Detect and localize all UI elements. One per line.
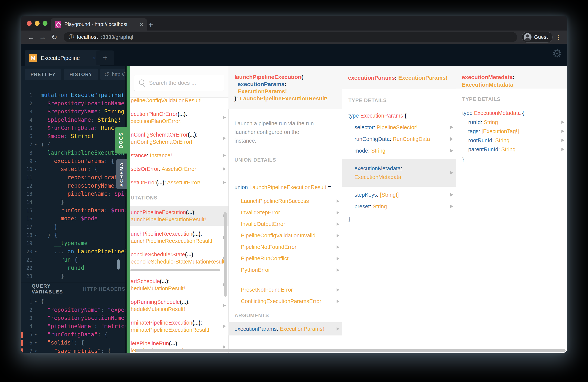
type-field-row[interactable]: runId: String <box>456 119 567 126</box>
browser-menu-icon[interactable]: ⋮ <box>554 33 562 41</box>
expand-chevron-icon[interactable] <box>450 205 453 208</box>
tab-http-headers[interactable]: HTTP HEADERS <box>83 286 126 292</box>
type-field-row[interactable]: tags: [ExecutionTag!] <box>456 128 567 135</box>
union-member-row[interactable]: PresetNotFoundError <box>241 286 335 293</box>
expand-chevron-icon[interactable] <box>450 126 453 129</box>
editor-vertical-scrollbar[interactable] <box>117 259 120 270</box>
docs-field-row[interactable]: rminatePipelineExecution(...):rminatePip… <box>130 319 229 333</box>
docs-side-tab[interactable]: DOCS <box>115 127 126 153</box>
fold-arrow-icon[interactable]: ▾ <box>32 248 39 256</box>
docs-horizontal-scrollbar[interactable] <box>130 269 229 271</box>
union-member-row[interactable]: PipelineRunConflict <box>241 255 335 262</box>
expand-chevron-icon[interactable] <box>450 193 453 196</box>
type-field-row[interactable]: runConfigData: RunConfigData <box>342 135 456 143</box>
variables-code[interactable]: 1▾{2 "repositoryName": "exper3 "reposito… <box>21 297 126 353</box>
fold-arrow-icon[interactable]: ▾ <box>32 231 39 239</box>
browser-tab[interactable]: Playground - http://localhost:3 × <box>51 18 147 30</box>
docs-field-row[interactable]: pelineConfigValidationResult! <box>130 97 229 104</box>
fold-arrow-icon[interactable]: ▾ <box>32 141 39 149</box>
expand-chevron-icon[interactable] <box>450 137 453 141</box>
docs-vertical-scrollbar[interactable] <box>224 212 227 297</box>
expand-chevron-icon[interactable] <box>562 148 564 151</box>
query-code[interactable]: 1mutation ExecutePipeline(2 $repositoryL… <box>21 91 126 280</box>
forward-icon[interactable]: → <box>38 32 47 42</box>
close-window-button[interactable] <box>27 21 32 26</box>
back-icon[interactable]: ← <box>26 32 36 42</box>
type-field-row[interactable]: stepKeys: [String!] <box>342 191 456 198</box>
expand-chevron-icon[interactable] <box>223 345 226 349</box>
profile-button[interactable]: Guest <box>522 32 553 42</box>
union-member-row[interactable]: LaunchPipelineRunSuccess <box>241 198 335 205</box>
union-member-row[interactable]: InvalidStepError <box>241 209 335 216</box>
expand-chevron-icon[interactable] <box>336 288 339 292</box>
new-tab-button[interactable]: + <box>146 20 156 30</box>
expand-chevron-icon[interactable] <box>336 211 339 214</box>
prettify-button[interactable]: PRETTIFY <box>25 68 61 80</box>
new-session-button[interactable]: + <box>96 50 114 65</box>
expand-chevron-icon[interactable] <box>223 304 226 307</box>
argument-row[interactable]: executionParams: ExecutionParams! <box>229 322 342 336</box>
scrollbar-thumb[interactable] <box>130 269 220 271</box>
docs-field-row[interactable]: unchPipelineReexecution(...):aunchPipeli… <box>130 230 229 245</box>
expand-chevron-icon[interactable] <box>336 234 339 237</box>
expand-chevron-icon[interactable] <box>562 129 564 133</box>
expand-chevron-icon[interactable] <box>336 257 339 260</box>
type-field-row[interactable]: parentRunId: String <box>456 146 567 153</box>
expand-chevron-icon[interactable] <box>562 139 564 142</box>
expand-chevron-icon[interactable] <box>223 154 226 157</box>
expand-chevron-icon[interactable] <box>336 245 339 249</box>
fold-arrow-icon[interactable]: ▾ <box>32 347 39 353</box>
endpoint-input[interactable]: ↺ http://loc <box>100 68 126 80</box>
fold-arrow-icon[interactable]: ▾ <box>32 339 39 347</box>
expand-chevron-icon[interactable] <box>223 116 226 119</box>
session-close-icon[interactable]: × <box>93 55 96 61</box>
docs-horizontal-scrollbar[interactable] <box>135 349 566 352</box>
schema-side-tab[interactable]: SCHEMA <box>116 159 126 189</box>
type-field-row[interactable]: executionMetadata:ExecutionMetadata <box>342 159 456 187</box>
site-info-icon[interactable]: ⓘ <box>68 33 74 41</box>
history-button[interactable]: HISTORY <box>64 68 98 80</box>
fold-arrow-icon[interactable]: ▾ <box>32 165 39 173</box>
docs-field-row[interactable]: ecutionPlanOrError(...):xecutionPlanOrEr… <box>130 110 229 125</box>
union-member-row[interactable]: PythonError <box>241 267 335 274</box>
expand-chevron-icon[interactable] <box>223 324 226 328</box>
expand-chevron-icon[interactable] <box>336 327 339 331</box>
expand-chevron-icon[interactable] <box>450 149 453 152</box>
query-editor-pane[interactable]: PRETTIFY HISTORY ↺ http://loc 1mutation … <box>21 66 126 353</box>
docs-field-row[interactable]: setOrError(...): AssetOrError! <box>130 179 229 186</box>
union-member-row[interactable]: ConflictingExecutionParamsError <box>241 298 335 305</box>
docs-field-row[interactable]: nConfigSchemaOrError(...):unConfigSchema… <box>130 131 229 146</box>
expand-chevron-icon[interactable] <box>223 167 226 171</box>
expand-chevron-icon[interactable] <box>562 121 564 124</box>
reload-icon[interactable]: ↻ <box>49 32 59 42</box>
type-field-row[interactable]: preset: String <box>342 203 456 210</box>
expand-chevron-icon[interactable] <box>336 300 339 303</box>
docs-field-row[interactable]: setsOrError: AssetsOrError! <box>130 165 229 172</box>
docs-field-row[interactable]: artSchedule(...):heduleMutationResult! <box>130 278 229 292</box>
fold-arrow-icon[interactable]: ▾ <box>32 297 39 306</box>
expand-chevron-icon[interactable] <box>223 181 226 184</box>
minimize-window-button[interactable] <box>35 21 40 26</box>
fold-arrow-icon[interactable]: ▾ <box>32 157 39 165</box>
type-field-row[interactable]: rootRunId: String <box>456 137 567 144</box>
expand-chevron-icon[interactable] <box>336 199 339 203</box>
tab-query-variables[interactable]: QUERY VARIABLES <box>32 283 73 295</box>
docs-field-row[interactable]: concileSchedulerState(...):econcileSched… <box>130 251 229 265</box>
expand-chevron-icon[interactable] <box>450 171 453 174</box>
docs-field-row[interactable]: unchPipelineExecution(...):aunchPipeline… <box>130 206 229 226</box>
session-tab[interactable]: M ExecutePipeline × <box>25 50 100 66</box>
union-member-row[interactable]: PipelineConfigValidationInvalid <box>241 232 335 239</box>
type-field-row[interactable]: mode: String <box>342 147 456 154</box>
union-member-row[interactable]: PipelineNotFoundError <box>241 244 335 251</box>
address-bar[interactable]: ⓘ localhost:3333/graphql <box>64 32 517 42</box>
docs-field-row[interactable]: opRunningSchedule(...):heduleMutationRes… <box>130 298 229 313</box>
type-field-row[interactable]: selector: PipelineSelector! <box>342 124 456 131</box>
tab-close-icon[interactable]: × <box>140 21 143 28</box>
expand-chevron-icon[interactable] <box>223 137 226 140</box>
reset-endpoint-icon[interactable]: ↺ <box>104 71 109 78</box>
expand-chevron-icon[interactable] <box>336 222 339 226</box>
search-input[interactable] <box>134 75 224 91</box>
docs-field-row[interactable]: stance: Instance! <box>130 152 229 159</box>
union-member-row[interactable]: InvalidOutputError <box>241 221 335 228</box>
maximize-window-button[interactable] <box>42 21 47 26</box>
